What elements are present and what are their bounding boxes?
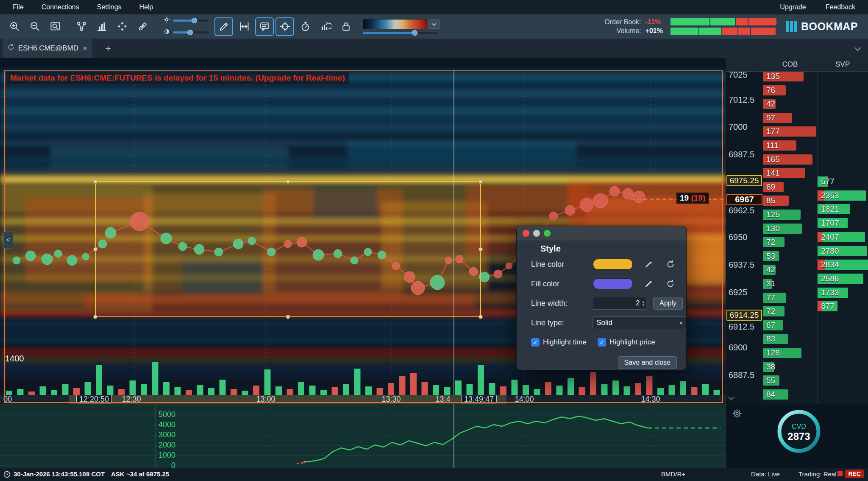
add-tab-button[interactable]: + [102, 42, 114, 55]
svp-value: 2586 [821, 272, 839, 285]
volume-bar [275, 386, 282, 395]
cob-row: 31 [763, 277, 817, 291]
replay-button[interactable] [316, 17, 335, 36]
apply-button[interactable]: Apply [653, 297, 683, 310]
selection-handle[interactable] [286, 315, 290, 319]
cob-row: 97 [763, 111, 817, 125]
reset-icon[interactable] [664, 260, 677, 269]
price-axis[interactable]: 70257012.570006987.56975.2569676962.5695… [726, 58, 763, 404]
brightness-slider[interactable] [173, 20, 209, 22]
cob-value: 72 [766, 305, 775, 318]
note-balloon-button[interactable] [255, 17, 274, 36]
menu-item-help[interactable]: Help [139, 3, 153, 11]
cob-row: 67 [763, 319, 817, 332]
eyedropper-icon[interactable] [642, 279, 655, 288]
lock-button[interactable] [337, 17, 355, 36]
recording-indicator[interactable]: REC [837, 470, 864, 478]
tab-esh6[interactable]: ESH6.CME@BMD × [3, 39, 92, 58]
svp-row: 1707 [818, 216, 868, 230]
menu-item-settings[interactable]: Settings [97, 3, 122, 11]
cob-value: 67 [766, 319, 775, 332]
colormap-slider[interactable] [363, 32, 437, 34]
volume-bar [354, 369, 361, 395]
draw-tool-button[interactable] [214, 17, 233, 36]
trade-bubble [565, 205, 575, 215]
highlight-price-checkbox[interactable] [598, 338, 606, 347]
contrast-slider[interactable] [173, 31, 209, 34]
trade-bubble [82, 253, 89, 260]
zoom-in-button[interactable] [5, 17, 24, 36]
zoom-region-button[interactable] [46, 17, 64, 36]
reset-icon[interactable] [664, 279, 677, 288]
depth-nodes-button[interactable] [72, 17, 91, 36]
cvd-axis-label: 1000 [158, 451, 175, 460]
main-area: Market data for ESH6:CME:FUTURES is dela… [0, 58, 868, 404]
close-icon[interactable]: × [83, 44, 87, 53]
svp-row: 2407 [818, 230, 868, 244]
selection-handle[interactable] [94, 247, 97, 251]
chevron-down-icon[interactable] [728, 394, 734, 402]
timer-button[interactable] [296, 17, 314, 36]
menu-item-file[interactable]: File [13, 3, 24, 11]
selection-handle[interactable] [479, 180, 483, 184]
svp-row: 2780 [818, 244, 868, 258]
cob-value: 111 [766, 139, 779, 152]
chevron-down-icon[interactable] [854, 45, 861, 53]
highlight-time-checkbox[interactable] [531, 338, 540, 347]
line-width-input[interactable]: 2 ▴▾ [593, 297, 646, 310]
collapse-left-button[interactable]: < [3, 232, 13, 249]
volume-bar [264, 369, 271, 395]
gear-icon[interactable] [731, 408, 743, 421]
colormap-dropdown[interactable] [428, 20, 440, 29]
cob-value: 177 [766, 125, 780, 138]
line-type-select[interactable]: Solid ▾ [593, 316, 686, 329]
selection-handle[interactable] [94, 315, 97, 319]
dialog-close-button[interactable] [523, 230, 529, 237]
volume-bar [601, 384, 608, 395]
selection-handle[interactable] [286, 180, 290, 184]
volume-bar [40, 386, 46, 395]
selection-price-label: 6914.25 [726, 310, 762, 321]
trade-bubble [609, 186, 620, 196]
eyedropper-icon[interactable] [642, 260, 655, 269]
cvd-axis-label: 4000 [158, 420, 175, 429]
time-axis[interactable]: 0012:20:5012:3013:0013:3013:413:49:4714:… [0, 395, 726, 404]
save-and-close-button[interactable]: Save and close [618, 356, 677, 369]
selection-handle[interactable] [479, 315, 483, 319]
zoom-out-button[interactable] [25, 17, 44, 36]
volume-bar [96, 365, 102, 395]
svp-value: 2780 [821, 244, 839, 258]
menu-item-upgrade[interactable]: Upgrade [780, 3, 806, 11]
svp-column: 57723531821170724072780283425861733877 [817, 58, 868, 404]
link-button[interactable] [133, 17, 152, 36]
markers-button[interactable] [113, 17, 131, 36]
colormap-gradient[interactable] [363, 19, 427, 29]
volume-bar [489, 383, 495, 395]
dialog-zoom-button[interactable] [544, 230, 551, 237]
trade-bubble [633, 191, 645, 203]
trade-bubble [42, 254, 53, 265]
chart-type-button[interactable] [92, 17, 111, 36]
selection-handle[interactable] [479, 247, 483, 251]
cob-row: 42 [763, 263, 817, 277]
line-color-swatch[interactable] [593, 259, 633, 270]
time-tick-label: 00 [3, 395, 12, 404]
menu-item-connections[interactable]: Connections [42, 3, 79, 11]
measure-width-button[interactable] [235, 17, 253, 36]
line-width-label: Line width: [531, 299, 593, 308]
dialog-titlebar[interactable] [517, 226, 686, 240]
stepper-icons[interactable]: ▴▾ [642, 300, 644, 307]
crosshair-button[interactable] [275, 17, 294, 36]
volume-bar [388, 383, 394, 395]
volume-bar [85, 382, 91, 395]
selection-rect[interactable] [95, 182, 481, 317]
selection-handle[interactable] [94, 180, 97, 184]
price-tick-label: 6925 [729, 287, 748, 298]
cob-row: 130 [763, 222, 817, 235]
cvd-chart-canvas[interactable] [0, 404, 726, 468]
menu-item-feedback[interactable]: Feedback [826, 3, 855, 11]
dialog-minimize-button[interactable] [533, 230, 540, 237]
fill-color-swatch[interactable] [593, 278, 633, 289]
cob-value: 97 [766, 111, 775, 125]
svp-row: 2834 [818, 258, 868, 271]
